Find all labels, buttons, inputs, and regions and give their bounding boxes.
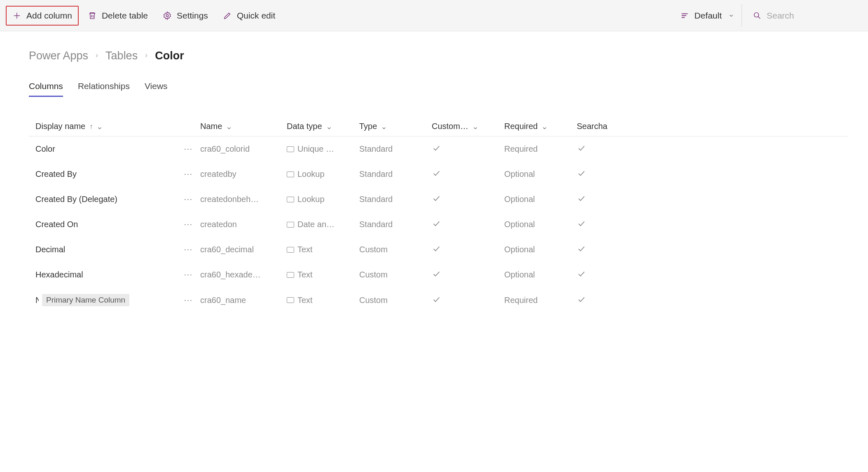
header-custom-label: Custom… bbox=[432, 122, 468, 131]
tab-relationships[interactable]: Relationships bbox=[78, 79, 130, 97]
display-name-text: Created On bbox=[35, 220, 78, 229]
table-row[interactable]: Hexadecimal···cra60_hexade…TextCustomOpt… bbox=[29, 262, 848, 287]
row-menu-button[interactable]: ··· bbox=[182, 244, 195, 256]
column-custom bbox=[429, 169, 502, 180]
header-searchable-label: Searcha bbox=[577, 122, 608, 131]
page-title: Color bbox=[155, 49, 184, 62]
view-selector[interactable]: Default bbox=[674, 4, 742, 27]
chevron-right-icon bbox=[94, 51, 100, 61]
tab-columns[interactable]: Columns bbox=[29, 79, 63, 97]
column-data-type: Text bbox=[284, 296, 357, 305]
chevron-down-icon bbox=[226, 124, 232, 129]
svg-line-9 bbox=[758, 16, 760, 19]
primary-name-badge: Primary Name Column bbox=[42, 294, 129, 306]
column-required: Optional bbox=[502, 195, 574, 204]
table-row[interactable]: Created By···createdbyLookupStandardOpti… bbox=[29, 162, 848, 187]
settings-label: Settings bbox=[177, 11, 208, 21]
content-area: Power Apps Tables Color Columns Relation… bbox=[0, 31, 868, 313]
display-name-text: Created By (Delegate) bbox=[35, 195, 117, 204]
header-type-label: Type bbox=[359, 122, 377, 131]
header-required[interactable]: Required bbox=[504, 122, 572, 131]
column-data-type: Text bbox=[284, 245, 357, 254]
checkmark-icon bbox=[577, 269, 586, 280]
column-type: Standard bbox=[357, 144, 429, 154]
column-type: Custom bbox=[357, 245, 429, 254]
columns-table: Display name ↑ Name Data type bbox=[29, 117, 848, 313]
column-searchable bbox=[574, 219, 607, 230]
row-menu-button[interactable]: ··· bbox=[182, 193, 195, 205]
table-row[interactable]: Decimal···cra60_decimalTextCustomOptiona… bbox=[29, 237, 848, 262]
header-required-label: Required bbox=[504, 122, 538, 131]
row-menu-button[interactable]: ··· bbox=[182, 143, 195, 155]
column-name: cra60_decimal bbox=[198, 245, 284, 254]
checkmark-icon bbox=[577, 295, 586, 306]
gear-icon bbox=[163, 11, 172, 20]
column-data-type: Lookup bbox=[284, 169, 357, 179]
header-custom[interactable]: Custom… bbox=[432, 122, 478, 131]
header-type[interactable]: Type bbox=[359, 122, 427, 131]
search-input[interactable] bbox=[767, 11, 849, 21]
chevron-down-icon bbox=[326, 124, 332, 129]
column-custom bbox=[429, 295, 502, 306]
column-searchable bbox=[574, 169, 607, 180]
header-display-name[interactable]: Display name ↑ bbox=[35, 122, 103, 131]
quick-edit-button[interactable]: Quick edit bbox=[217, 7, 281, 25]
checkmark-icon bbox=[432, 244, 441, 255]
plus-icon bbox=[12, 11, 21, 20]
table-row[interactable]: N Primary Name Column···cra60_nameTextCu… bbox=[29, 287, 848, 313]
checkmark-icon bbox=[577, 244, 586, 255]
column-required: Optional bbox=[502, 270, 574, 279]
data-type-icon bbox=[287, 197, 294, 202]
column-name: createdonbeh… bbox=[198, 195, 284, 204]
chevron-down-icon bbox=[97, 124, 103, 129]
checkmark-icon bbox=[432, 169, 441, 180]
table-row[interactable]: Created By (Delegate)···createdonbeh…Loo… bbox=[29, 187, 848, 212]
column-type: Standard bbox=[357, 195, 429, 204]
column-name: createdon bbox=[198, 220, 284, 229]
column-required: Required bbox=[502, 144, 574, 154]
column-data-type: Text bbox=[284, 270, 357, 279]
header-name[interactable]: Name bbox=[200, 122, 282, 131]
table-row[interactable]: Color···cra60_coloridUnique …StandardReq… bbox=[29, 136, 848, 162]
column-searchable bbox=[574, 143, 607, 155]
display-name-text: Decimal bbox=[35, 245, 65, 254]
delete-table-button[interactable]: Delete table bbox=[82, 7, 154, 25]
breadcrumb-tables[interactable]: Tables bbox=[105, 49, 138, 62]
delete-table-label: Delete table bbox=[102, 11, 148, 21]
svg-point-8 bbox=[754, 12, 759, 17]
add-column-label: Add column bbox=[26, 11, 72, 21]
column-custom bbox=[429, 194, 502, 205]
header-searchable[interactable]: Searcha bbox=[577, 122, 608, 131]
row-menu-button[interactable]: ··· bbox=[182, 269, 195, 281]
settings-button[interactable]: Settings bbox=[157, 7, 214, 25]
chevron-right-icon bbox=[143, 51, 149, 61]
column-data-type: Unique … bbox=[284, 144, 357, 154]
table-row[interactable]: Created On···createdonDate an…StandardOp… bbox=[29, 212, 848, 237]
column-required: Optional bbox=[502, 169, 574, 179]
row-menu-button[interactable]: ··· bbox=[182, 294, 195, 306]
tabs: Columns Relationships Views bbox=[29, 79, 848, 97]
chevron-down-icon bbox=[542, 124, 547, 129]
checkmark-icon bbox=[432, 295, 441, 306]
chevron-down-icon bbox=[473, 124, 478, 129]
column-custom bbox=[429, 244, 502, 255]
row-menu-button[interactable]: ··· bbox=[182, 218, 195, 230]
tab-views[interactable]: Views bbox=[145, 79, 168, 97]
column-type: Standard bbox=[357, 169, 429, 179]
data-type-icon bbox=[287, 297, 294, 303]
column-custom bbox=[429, 269, 502, 280]
column-required: Optional bbox=[502, 245, 574, 254]
display-name-text: Color bbox=[35, 144, 55, 154]
header-display-name-label: Display name bbox=[35, 122, 85, 131]
breadcrumb-root[interactable]: Power Apps bbox=[29, 49, 88, 62]
row-menu-button[interactable]: ··· bbox=[182, 168, 195, 180]
data-type-icon bbox=[287, 171, 294, 177]
search-icon bbox=[753, 11, 762, 20]
header-data-type[interactable]: Data type bbox=[287, 122, 332, 131]
column-custom bbox=[429, 219, 502, 230]
add-column-button[interactable]: Add column bbox=[6, 6, 79, 26]
column-data-type: Date an… bbox=[284, 220, 357, 229]
column-data-type: Lookup bbox=[284, 195, 357, 204]
table-body: Color···cra60_coloridUnique …StandardReq… bbox=[29, 136, 848, 313]
search-box bbox=[747, 7, 862, 25]
